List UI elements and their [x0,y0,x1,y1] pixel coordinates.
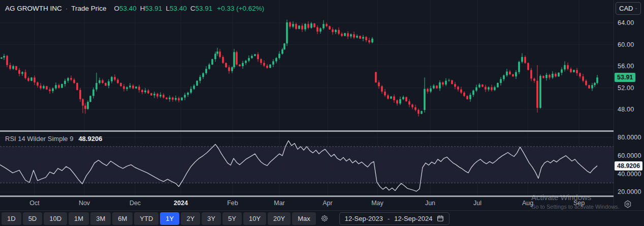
candle [384,92,386,95]
candle [187,93,189,95]
rsi-current-value: 48.9206 [78,135,102,143]
candle [381,86,383,92]
candle [332,30,334,32]
candle [359,36,361,39]
candle [390,97,392,99]
candle [114,77,116,79]
candle [289,22,291,27]
candle [231,67,233,71]
candle [172,98,174,100]
price-axis-label: 64.00 [618,19,634,26]
candle [405,97,407,102]
candle [159,95,162,96]
candle [82,99,84,106]
symbol-legend[interactable]: AG GROWTH INC · Trade Price O53.40 H53.9… [5,5,264,12]
range-button-5y[interactable]: 5Y [222,212,242,225]
candle [316,27,318,32]
candle [594,83,596,85]
range-button-5d[interactable]: 5D [23,212,43,225]
candle [211,59,213,65]
candle [295,24,297,29]
candle [561,69,563,72]
chart-settings-gear-icon[interactable] [318,212,331,225]
candle [102,80,104,83]
candle [37,82,39,86]
currency-dropdown[interactable]: CAD [616,2,641,15]
symbol-name[interactable]: AG GROWTH INC [5,5,62,12]
candle [92,90,94,96]
candle [503,75,505,79]
candle [298,25,300,29]
range-button-2y[interactable]: 2Y [181,212,200,225]
high-value: 53.91 [145,5,163,12]
candle [278,54,280,59]
date-to[interactable]: 12-Sep-2024 [394,215,432,222]
candle [323,24,325,29]
range-button-3m[interactable]: 3M [90,212,111,225]
series-type-label: Trade Price [71,5,106,12]
price-axis[interactable]: CAD 64.0060.0056.0052.0048.0080.000060.0… [614,0,644,210]
candle [117,80,119,83]
candle [555,74,557,76]
candle [310,23,312,28]
calendar-icon[interactable] [437,215,444,222]
candle [248,58,250,61]
candle [76,83,78,90]
candle [353,34,355,37]
candle [326,24,328,26]
range-button-10y[interactable]: 10Y [243,212,266,225]
candle [552,74,554,77]
candle [588,85,590,88]
candle [216,51,218,53]
price-pane[interactable] [0,0,614,130]
candle [371,39,373,42]
rsi-band [0,147,614,183]
candle [549,75,551,77]
candle [585,81,587,86]
candle [105,83,107,86]
range-button-10d[interactable]: 10D [44,212,67,225]
range-button-1d[interactable]: 1D [2,212,21,225]
candle [193,86,195,89]
date-range-picker[interactable]: 12-Sep-2023 - 12-Sep-2024 [339,212,450,225]
range-button-ytd[interactable]: YTD [134,212,158,225]
candle [545,75,548,78]
candle [494,87,496,90]
candle [469,95,471,99]
range-button-6m[interactable]: 6M [112,212,133,225]
candle [335,30,337,32]
candle [9,65,11,69]
candle [509,72,511,74]
time-axis-label-2024: 2024 [174,197,188,210]
rsi-indicator-title[interactable]: RSI 14 Wilder Simple 9 [5,135,73,143]
candle [417,110,420,114]
time-axis[interactable]: OctNovDec2024FebMarAprMayJunJulAugSep [0,197,644,211]
range-button-1y[interactable]: 1Y [160,212,179,225]
range-button-3y[interactable]: 3Y [202,212,221,225]
candle [530,70,532,78]
candle [73,80,75,83]
rsi-axis-label: 60.0000 [618,152,641,159]
date-from[interactable]: 12-Sep-2023 [345,215,383,222]
candle [257,54,259,60]
price-change: +0.33 (+0.62%) [217,5,264,12]
candle [61,84,63,88]
candle [219,51,221,57]
range-button-20y[interactable]: 20Y [268,212,291,225]
candle [30,77,33,80]
time-axis-label-mar: Mar [274,197,285,210]
legend-separator: · [66,5,68,12]
candle [573,70,575,72]
price-chart-canvas[interactable] [0,0,614,130]
candle [150,93,152,95]
rsi-legend[interactable]: RSI 14 Wilder Simple 9 48.9206 [5,135,102,143]
candle [445,81,447,84]
candle [12,66,14,69]
candle [292,24,294,26]
candle [129,86,131,87]
candle [84,106,86,109]
candle [111,77,113,81]
range-button-max[interactable]: Max [292,212,316,225]
time-axis-label-nov: Nov [79,197,90,210]
range-button-1m[interactable]: 1M [69,212,89,225]
